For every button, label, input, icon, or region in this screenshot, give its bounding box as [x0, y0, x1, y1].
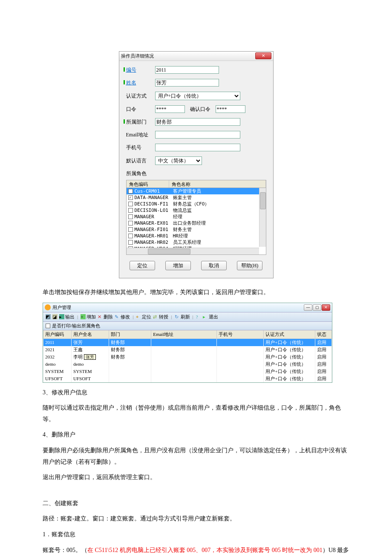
lang-select[interactable]: 中文（简体） [155, 156, 202, 165]
scroll-thumb[interactable] [260, 192, 266, 209]
doc-paragraph: 要删除用户必须先删除用户所属角色，且用户没有启用（没使用企业门户，可以清除选定任… [43, 445, 349, 468]
user-table: 用户编码 用户全名 部门 Email地址 手机号 认证方式 状态 2011张芳财… [43, 330, 332, 382]
cell-dept: 财务部 [109, 338, 151, 346]
role-checkbox[interactable] [128, 227, 133, 232]
close-icon[interactable]: ✕ [322, 304, 330, 311]
confirm-pwd-input[interactable] [216, 105, 245, 113]
role-checkbox[interactable] [128, 221, 133, 225]
cell-dept: 财务部 [109, 353, 151, 361]
toolbar-print-icon[interactable]: ◩ [46, 314, 51, 319]
role-row[interactable]: DECISION-LO1物流总监 [127, 207, 266, 214]
role-row[interactable]: MANAGER-HR01HR经理 [127, 233, 266, 239]
role-row[interactable]: MANAGER-FI01财务主管 [127, 226, 266, 233]
cancel-button[interactable]: 取消 [201, 261, 227, 270]
cell-email [151, 361, 217, 368]
role-checkbox[interactable] [128, 214, 133, 219]
toolbar-preview-icon[interactable]: ◪ [52, 314, 58, 319]
cell-auth: 用户+口令（传统） [264, 361, 315, 368]
role-checkbox[interactable] [128, 240, 133, 245]
name-input[interactable] [155, 79, 219, 87]
print-roles-label: 是否打印/输出所属角色 [52, 323, 100, 329]
col-fullname[interactable]: 用户全名 [72, 330, 109, 339]
doc-paragraph: 单击增加按钮保存并继续增加其他用户。增加完毕，关闭该窗口，返回用户管理窗口。 [43, 287, 349, 298]
operator-detail-dialog: 操作员详细情况 ✕ 编号 姓名 认证方式 用户+口令（传统） 口令 确认口令 所… [119, 51, 274, 278]
id-input[interactable] [155, 66, 219, 74]
cell-status: 启用 [315, 346, 332, 353]
table-row[interactable]: 2021王鑫财务部用户+口令（传统）启用 [43, 346, 332, 353]
toolbar-output[interactable]: ▸输出 [59, 314, 75, 320]
toolbar-add[interactable]: +增加 [81, 314, 96, 320]
role-row[interactable]: Cus-CRM01客户管理专员 [127, 188, 266, 194]
role-checkbox[interactable] [128, 234, 133, 238]
role-name: 账套主管 [173, 194, 266, 201]
role-code: DATA-MANAGER [135, 195, 173, 200]
table-row[interactable]: 2032李明 张芳财务部用户+口令（传统）启用 [43, 353, 332, 361]
role-row[interactable]: MANAGER-HR02员工关系经理 [127, 239, 266, 246]
cell-status: 启用 [315, 375, 332, 382]
role-checkbox[interactable] [128, 202, 133, 206]
cell-phone [217, 361, 264, 368]
maximize-icon[interactable]: ▢ [313, 304, 321, 311]
col-code[interactable]: 用户编码 [43, 330, 72, 339]
scroll-thumb[interactable] [148, 249, 190, 254]
table-row[interactable]: SYSTEMSYSTEM用户+口令（传统）启用 [43, 368, 332, 375]
minimize-icon[interactable]: — [304, 304, 312, 311]
table-row[interactable]: demodemo用户+口令（传统）启用 [43, 361, 332, 368]
scrollbar-vertical[interactable] [259, 188, 266, 247]
doc-paragraph: 1．账套信息 [43, 529, 349, 541]
toolbar-refresh[interactable]: ↻刷新 [175, 314, 190, 320]
phone-input[interactable] [155, 144, 240, 151]
table-row[interactable]: UFSOFTUFSOFT用户+口令（传统）启用 [43, 375, 332, 382]
role-code: MANAGER-EX01 [135, 220, 173, 226]
table-row[interactable]: 2011张芳财务部用户+口令（传统）启用 [43, 338, 332, 346]
col-dept[interactable]: 部门 [109, 330, 151, 339]
col-auth[interactable]: 认证方式 [264, 330, 315, 339]
toolbar-locate[interactable]: ⌖定位 [136, 314, 151, 320]
tooltip: 张芳 [84, 354, 96, 360]
toolbar-help-icon[interactable]: ? [196, 314, 201, 319]
cell-auth: 用户+口令（传统） [264, 353, 315, 361]
col-phone[interactable]: 手机号 [217, 330, 264, 339]
email-input[interactable] [155, 131, 240, 139]
cell-email [151, 338, 217, 346]
help-button[interactable]: 帮助(H) [237, 261, 262, 270]
cell-fullname: 李明 张芳 [72, 353, 109, 361]
role-checkbox[interactable] [128, 195, 133, 200]
cell-fullname: SYSTEM [72, 368, 109, 375]
window-titlebar[interactable]: 用户管理 — ▢ ✕ [43, 303, 332, 312]
red-note: 在 C511\512 机房电脑上已经引入账套 005、007，本实验涉及到账套号… [87, 547, 323, 553]
role-row[interactable]: MANAGER经理 [127, 214, 266, 220]
role-name: 员工关系经理 [173, 239, 266, 246]
role-code: Cus-CRM01 [135, 188, 173, 194]
col-email[interactable]: Email地址 [151, 330, 217, 339]
add-button[interactable]: 增加 [165, 261, 191, 270]
close-icon[interactable]: ✕ [255, 52, 271, 59]
print-roles-checkbox[interactable] [46, 324, 50, 328]
toolbar: ◩ ◪ ▸输出 | +增加 ✕删除 ✎修改 | ⌖定位 ⇄转授 | ↻刷新 | … [43, 312, 332, 322]
scrollbar-horizontal[interactable] [127, 248, 259, 254]
dialog-titlebar[interactable]: 操作员详细情况 ✕ [119, 52, 273, 61]
role-row[interactable]: DATA-MANAGER账套主管 [127, 194, 266, 201]
label-confirm-pwd: 确认口令 [190, 106, 210, 113]
roles-listbox[interactable]: 角色编码 角色名称 Cus-CRM01客户管理专员DATA-MANAGER账套主… [126, 180, 266, 255]
label-name: 姓名 [126, 79, 152, 87]
col-status[interactable]: 状态 [315, 330, 332, 339]
role-checkbox[interactable] [128, 208, 133, 213]
auth-select[interactable]: 用户+口令（传统） [155, 92, 240, 100]
cell-phone [217, 338, 264, 346]
doc-paragraph: 3、修改用户信息 [43, 387, 349, 399]
cell-code: demo [43, 361, 72, 368]
toolbar-transfer[interactable]: ⇄转授 [153, 314, 168, 320]
toolbar-modify[interactable]: ✎修改 [115, 314, 130, 320]
roles-header: 角色编码 角色名称 [127, 180, 266, 188]
pwd-input[interactable] [155, 105, 185, 113]
toolbar-delete[interactable]: ✕删除 [98, 314, 113, 320]
doc-paragraph: 路径：账套-建立。窗口：建立账套。通过向导方式引导用户建立新账套。 [43, 513, 349, 525]
role-row[interactable]: DECISION-FI1财务总监（CFO） [127, 201, 266, 207]
role-row[interactable]: MANAGER-EX01出口业务部经理 [127, 220, 266, 226]
role-name: 财务总监（CFO） [173, 201, 266, 207]
role-checkbox[interactable] [128, 189, 133, 194]
dept-input[interactable] [155, 118, 240, 126]
locate-button[interactable]: 定位 [130, 261, 155, 270]
toolbar-exit[interactable]: ▸退出 [203, 314, 218, 320]
